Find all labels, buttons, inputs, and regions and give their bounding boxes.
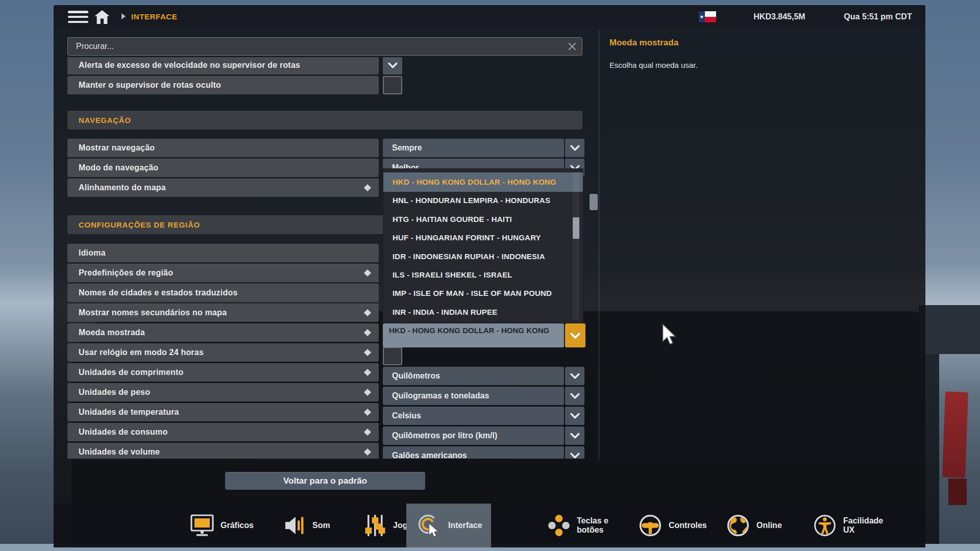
home-icon[interactable] bbox=[94, 10, 110, 26]
chevron-down-icon[interactable] bbox=[383, 57, 402, 74]
settings-scroll-area[interactable]: HKD - HONG KONG DOLLAR - HONG KONGHNL - … bbox=[54, 57, 599, 459]
chevron-down-icon[interactable] bbox=[565, 407, 584, 425]
currency-option[interactable]: HTG - HAITIAN GOURDE - HAITI bbox=[383, 210, 583, 229]
tab-gr-ficos[interactable]: Gráficos bbox=[190, 504, 254, 547]
setting-select-value[interactable]: Celsius bbox=[383, 407, 564, 425]
keys-buttons-icon bbox=[548, 514, 570, 537]
settings-tab-bar: GráficosSomJogoInterfaceTeclas e botõesC… bbox=[54, 504, 925, 547]
setting-select-value[interactable]: Quilogramas e toneladas bbox=[383, 387, 564, 405]
online-globe-icon bbox=[726, 514, 750, 537]
top-bar: INTERFACE HKD3.845,5M Qua 5:51 pm CDT bbox=[54, 5, 925, 29]
setting-row[interactable]: Manter o supervisor de rotas oculto bbox=[67, 76, 379, 94]
setting-label: Unidades de consumo bbox=[67, 428, 168, 437]
search-bar bbox=[67, 37, 582, 56]
setting-row[interactable]: Nomes de cidades e estados traduzidos bbox=[67, 284, 379, 302]
setting-row[interactable]: Predefinições de região bbox=[67, 264, 379, 282]
setting-row[interactable]: Unidades de consumo bbox=[67, 423, 379, 441]
setting-select-value[interactable]: Sempre bbox=[383, 139, 564, 157]
dropdown-scrollbar-thumb[interactable] bbox=[573, 217, 579, 239]
diamond-icon bbox=[364, 349, 371, 356]
background-red-truck-part bbox=[942, 391, 968, 478]
currency-dropdown-list: HKD - HONG KONG DOLLAR - HONG KONGHNL - … bbox=[383, 168, 583, 323]
chevron-down-icon[interactable] bbox=[565, 139, 584, 157]
setting-label: Manter o supervisor de rotas oculto bbox=[67, 81, 221, 90]
tab-interface[interactable]: Interface bbox=[406, 504, 491, 547]
background-red-truck-part-2 bbox=[948, 479, 967, 505]
setting-label: Alinhamento do mapa bbox=[67, 183, 166, 192]
player-money: HKD3.845,5M bbox=[744, 5, 815, 29]
currency-option[interactable]: ILS - ISRAELI SHEKEL - ISRAEL bbox=[383, 265, 583, 285]
interface-cursor-icon bbox=[418, 514, 442, 538]
setting-row[interactable]: Unidades de peso bbox=[67, 383, 379, 402]
diamond-icon bbox=[364, 409, 371, 416]
option-help-description: Escolha qual moeda usar. bbox=[609, 61, 698, 69]
tab-label: Interface bbox=[448, 521, 482, 530]
setting-label: Unidades de peso bbox=[67, 388, 150, 397]
currency-option[interactable]: IMP - ISLE OF MAN - ISLE OF MAN POUND bbox=[383, 284, 583, 303]
setting-row[interactable]: Mostrar navegação bbox=[67, 139, 379, 157]
diamond-icon bbox=[364, 329, 371, 336]
game-clock: Qua 5:51 pm CDT bbox=[837, 5, 919, 29]
setting-label: Alerta de excesso de velocidade no super… bbox=[67, 61, 300, 70]
setting-row[interactable]: Alerta de excesso de velocidade no super… bbox=[67, 57, 379, 74]
reset-to-default-button[interactable]: Voltar para o padrão bbox=[225, 472, 425, 490]
chevron-down-icon[interactable] bbox=[565, 367, 584, 385]
setting-label: Mostrar nomes secundários no mapa bbox=[67, 308, 227, 317]
chevron-down-icon[interactable] bbox=[565, 387, 584, 405]
tab-teclas-e-bot-es[interactable]: Teclas e botões bbox=[548, 504, 615, 547]
setting-row[interactable]: Alinhamento do mapa bbox=[67, 179, 379, 197]
currency-option[interactable]: INR - INDIA - INDIAN RUPEE bbox=[383, 303, 583, 322]
setting-checkbox[interactable] bbox=[383, 347, 402, 365]
setting-select-value[interactable]: Galões americanos bbox=[383, 446, 564, 459]
setting-label: Usar relógio em modo 24 horas bbox=[67, 348, 204, 357]
currency-select-open-button[interactable] bbox=[565, 323, 585, 347]
currency-option[interactable]: HNL - HONDURAN LEMPIRA - HONDURAS bbox=[383, 191, 583, 210]
setting-row[interactable]: Unidades de volume bbox=[67, 443, 379, 459]
tab-label: Online bbox=[756, 521, 782, 530]
section-header: NAVEGAÇÃO bbox=[67, 111, 582, 130]
settings-scrollbar-thumb[interactable] bbox=[590, 194, 598, 210]
setting-label: Modo de navegação bbox=[67, 163, 158, 172]
option-help-title: Moeda mostrada bbox=[609, 38, 678, 48]
search-input[interactable] bbox=[68, 42, 565, 51]
diamond-icon bbox=[364, 309, 371, 316]
setting-row[interactable]: Usar relógio em modo 24 horas bbox=[67, 343, 379, 362]
breadcrumb: INTERFACE bbox=[131, 5, 177, 29]
setting-label: Nomes de cidades e estados traduzidos bbox=[67, 288, 238, 297]
currency-option[interactable]: IDR - INDONESIAN RUPIAH - INDONESIA bbox=[383, 247, 583, 266]
currency-option[interactable]: HKD - HONG KONG DOLLAR - HONG KONG bbox=[383, 172, 583, 192]
tab-online[interactable]: Online bbox=[726, 504, 782, 547]
setting-select-value[interactable]: Quilômetros por litro (km/l) bbox=[383, 427, 564, 445]
diamond-icon bbox=[364, 369, 371, 376]
setting-label: Moeda mostrada bbox=[67, 328, 145, 337]
setting-checkbox[interactable] bbox=[383, 76, 402, 94]
setting-row[interactable]: Moeda mostrada bbox=[67, 323, 379, 342]
tab-facilidade-ux[interactable]: Facilidade UX bbox=[813, 504, 890, 547]
tab-controles[interactable]: Controles bbox=[639, 504, 707, 547]
currency-option[interactable]: HUF - HUNGARIAN FORINT - HUNGARY bbox=[383, 228, 583, 247]
setting-row[interactable]: Modo de navegação bbox=[67, 159, 379, 177]
tab-jogo[interactable]: Jogo bbox=[364, 504, 412, 547]
setting-label: Unidades de volume bbox=[67, 447, 160, 457]
diamond-icon bbox=[364, 429, 371, 436]
currency-select-value[interactable]: HKD - HONG KONG DOLLAR - HONG KONG bbox=[383, 323, 564, 347]
setting-label: Unidades de temperatura bbox=[67, 408, 179, 417]
chevron-down-icon[interactable] bbox=[565, 427, 584, 445]
menu-icon[interactable] bbox=[68, 11, 88, 23]
setting-label: Predefinições de região bbox=[67, 268, 173, 278]
panel-divider bbox=[599, 31, 599, 459]
setting-row[interactable]: Idioma bbox=[67, 244, 379, 262]
setting-row[interactable]: Unidades de comprimento bbox=[67, 363, 379, 382]
setting-select-value[interactable]: Quilômetros bbox=[383, 367, 564, 385]
background-trailer-shape bbox=[919, 305, 980, 354]
setting-label: Unidades de comprimento bbox=[67, 368, 184, 377]
accessibility-icon bbox=[813, 514, 837, 537]
setting-row[interactable]: Unidades de temperatura bbox=[67, 403, 379, 421]
search-clear-icon[interactable] bbox=[565, 39, 580, 54]
diamond-icon bbox=[364, 184, 371, 191]
chevron-down-icon[interactable] bbox=[565, 446, 584, 459]
setting-label: Idioma bbox=[67, 248, 106, 258]
setting-row[interactable]: Mostrar nomes secundários no mapa bbox=[67, 304, 379, 322]
tab-som[interactable]: Som bbox=[284, 504, 330, 547]
controllers-wheel-icon bbox=[639, 514, 662, 537]
